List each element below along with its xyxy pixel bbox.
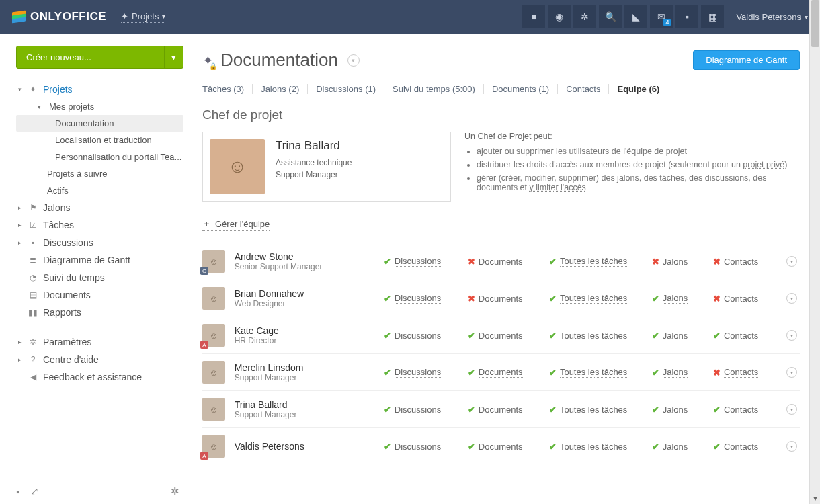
tab[interactable]: Suivi du temps (5:00) <box>384 84 484 94</box>
member-name: Trina Ballard <box>235 399 374 410</box>
avatar-badge: G <box>200 267 208 275</box>
sidebar-item-tasks[interactable]: ▸ ☑ Tâches <box>16 216 183 234</box>
perm-documents[interactable]: ✔Documents <box>468 405 540 415</box>
logo[interactable]: ONLYOFFICE <box>12 10 106 24</box>
perm-documents[interactable]: ✖Documents <box>468 294 540 304</box>
row-more-icon[interactable]: ▾ <box>786 256 797 267</box>
expand-footer-icon[interactable]: ⤢ <box>30 485 39 497</box>
perm-discussions[interactable]: ✔Discussions <box>384 331 458 341</box>
perm-jalons[interactable]: ✔Jalons <box>652 331 704 341</box>
limit-access-link[interactable]: y limiter l'accès <box>530 183 586 192</box>
perm-toutes_taches[interactable]: ✔Toutes les tâches <box>549 293 643 304</box>
perm-toutes_taches[interactable]: ✔Toutes les tâches <box>549 256 643 267</box>
project-manager-row: ☺ Trina Ballard Assistance technique Sup… <box>202 132 800 202</box>
tab[interactable]: Tâches (3) <box>202 84 253 94</box>
perm-jalons[interactable]: ✔Jalons <box>652 293 704 304</box>
row-more-icon[interactable]: ▾ <box>786 441 797 452</box>
perm-toutes_taches[interactable]: ✔Toutes les tâches <box>549 405 643 415</box>
team-list: ☺GAndrew StoneSenior Support Manager✔Dis… <box>202 243 800 464</box>
tab[interactable]: Discussions (1) <box>308 84 384 94</box>
perm-discussions[interactable]: ✔Discussions <box>384 256 458 267</box>
perm-jalons[interactable]: ✖Jalons <box>652 257 704 267</box>
perm-discussions[interactable]: ✔Discussions <box>384 367 458 378</box>
calendar-icon[interactable]: ▦ <box>701 5 724 28</box>
perm-label: Discussions <box>395 367 441 378</box>
sidebar-item-localisation[interactable]: Localisation et traduction <box>16 132 183 149</box>
module-switcher[interactable]: ✦ Projets ▾ <box>121 11 165 23</box>
perm-documents[interactable]: ✔Documents <box>468 442 540 452</box>
check-icon: ✔ <box>468 331 475 341</box>
search-icon[interactable]: 🔍 <box>599 5 622 28</box>
sidebar-footer: ▪ ⤢ ✲ <box>16 485 179 497</box>
perm-discussions[interactable]: ✔Discussions <box>384 442 458 452</box>
sidebar-item-active[interactable]: Actifs <box>16 182 183 199</box>
perm-documents[interactable]: ✔Documents <box>468 331 540 341</box>
currency-icon[interactable]: ◉ <box>548 5 571 28</box>
perm-contacts[interactable]: ✖Contacts <box>713 294 777 304</box>
page-more-icon[interactable]: ▾ <box>347 54 360 67</box>
perm-contacts[interactable]: ✔Contacts <box>713 331 777 341</box>
perm-documents[interactable]: ✖Documents <box>468 257 540 267</box>
sidebar-item-settings[interactable]: ▸ ✲ Paramètres <box>16 333 183 351</box>
sidebar-item-feedback[interactable]: ◀ Feedback et assistance <box>16 368 183 386</box>
perm-jalons[interactable]: ✔Jalons <box>652 367 704 378</box>
sidebar-item-gantt[interactable]: ≣ Diagramme de Gantt <box>16 251 183 269</box>
row-more-icon[interactable]: ▾ <box>786 330 797 341</box>
chat-icon[interactable]: ▪ <box>675 5 698 28</box>
bookmark-icon[interactable]: ◣ <box>624 5 647 28</box>
create-new-button[interactable]: Créer nouveau... ▾ <box>16 46 183 69</box>
sidebar-item-personalization[interactable]: Personnalisation du portail Tea... <box>16 149 183 165</box>
perm-contacts[interactable]: ✔Contacts <box>713 405 777 415</box>
sidebar-item-help[interactable]: ▸ ? Centre d'aide <box>16 351 183 368</box>
sidebar-item-timetracking[interactable]: ◔ Suivi du temps <box>16 269 183 286</box>
desc-item: distribuer les droits d'accès aux membre… <box>477 160 800 169</box>
scroll-thumb[interactable] <box>811 0 819 47</box>
chat-footer-icon[interactable]: ▪ <box>16 486 19 497</box>
sidebar-item-my-projects[interactable]: ▾ Mes projets <box>16 98 183 115</box>
perm-jalons[interactable]: ✔Jalons <box>652 405 704 415</box>
tab[interactable]: Contacts <box>558 84 609 94</box>
perm-label: Toutes les tâches <box>560 331 627 341</box>
row-more-icon[interactable]: ▾ <box>786 293 797 304</box>
perm-documents[interactable]: ✔Documents <box>468 367 540 378</box>
sidebar-item-documentation[interactable]: Documentation <box>16 115 183 132</box>
sidebar-item-documents[interactable]: ▤ Documents <box>16 286 183 304</box>
sidebar-item-projects[interactable]: ▾ ✦ Projets <box>16 81 183 98</box>
sidebar-item-discussions[interactable]: ▸ ▪ Discussions <box>16 234 183 251</box>
manage-team-button[interactable]: ＋ Gérer l'équipe <box>202 218 270 231</box>
tab[interactable]: Equipe (6) <box>609 84 667 94</box>
perm-contacts[interactable]: ✖Contacts <box>713 257 777 267</box>
perm-jalons[interactable]: ✔Jalons <box>652 442 704 452</box>
perm-toutes_taches[interactable]: ✔Toutes les tâches <box>549 331 643 341</box>
private-project-link[interactable]: projet privé <box>743 160 784 169</box>
perm-toutes_taches[interactable]: ✔Toutes les tâches <box>549 442 643 452</box>
mail-icon[interactable]: ✉4 <box>650 5 673 28</box>
expand-icon: ▸ <box>16 339 23 345</box>
check-icon: ✔ <box>384 294 391 304</box>
sidebar-item-milestones[interactable]: ▸ ⚑ Jalons <box>16 199 183 216</box>
tab[interactable]: Documents (1) <box>484 84 558 94</box>
perm-contacts[interactable]: ✖Contacts <box>713 367 777 378</box>
gantt-button[interactable]: Diagramme de Gantt <box>693 50 800 70</box>
gantt-icon: ≣ <box>28 255 38 265</box>
row-more-icon[interactable]: ▾ <box>786 404 797 415</box>
check-icon: ✔ <box>468 405 475 415</box>
perm-contacts[interactable]: ✔Contacts <box>713 442 777 452</box>
user-menu[interactable]: Valdis Petersons ▾ <box>736 12 808 22</box>
sidebar-item-reports[interactable]: ▮▮ Rapports <box>16 304 183 321</box>
sidebar-item-projects-to-follow[interactable]: Projets à suivre <box>16 165 183 182</box>
row-more-icon[interactable]: ▾ <box>786 367 797 378</box>
perm-toutes_taches[interactable]: ✔Toutes les tâches <box>549 367 643 378</box>
sidebar-item-label: Feedback et assistance <box>43 372 142 382</box>
video-icon[interactable]: ■ <box>522 5 545 28</box>
user-name: Valdis Petersons <box>736 12 801 22</box>
lock-icon: 🔒 <box>209 62 217 70</box>
check-icon: ✔ <box>713 405 721 415</box>
perm-discussions[interactable]: ✔Discussions <box>384 293 458 304</box>
settings-icon[interactable]: ✲ <box>573 5 596 28</box>
vertical-scrollbar[interactable]: ▲ ▼ <box>809 0 820 504</box>
perm-discussions[interactable]: ✔Discussions <box>384 405 458 415</box>
tab[interactable]: Jalons (2) <box>253 84 308 94</box>
gear-footer-icon[interactable]: ✲ <box>171 485 179 497</box>
scroll-down-icon[interactable]: ▼ <box>810 493 820 504</box>
